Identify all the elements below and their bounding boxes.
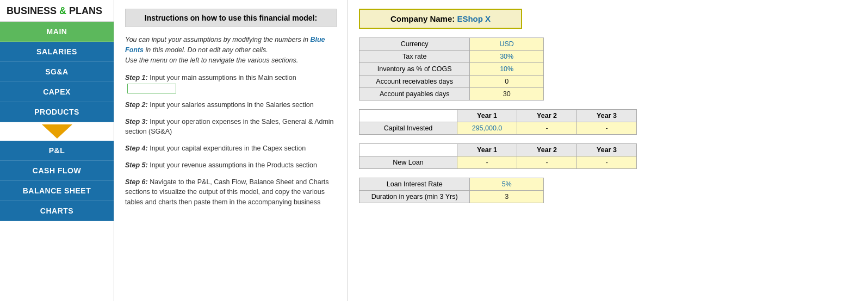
step-4-label: Step 4: [125,145,148,152]
company-name: EShop X [457,14,491,23]
sidebar-item-capex[interactable]: CAPEX [0,82,114,102]
step-4: Step 4: Input your capital expenditures … [125,143,337,154]
loan-setting-value-0[interactable]: 5% [470,178,544,191]
step-2-label: Step 2: [125,101,148,109]
step-1-label: Step 1: [125,74,148,81]
capital-row: Capital Invested 295,000.0 - - [359,122,637,135]
instructions-panel: Instructions on how to use this financia… [114,0,348,301]
settings-table: CurrencyUSDTax rate30%Inventory as % of … [359,37,544,101]
loan-y3[interactable]: - [577,156,637,169]
loan-label: New Loan [359,156,457,169]
intro-line3: Use the menu on the left to navigate the… [125,57,298,64]
settings-label-0: Currency [359,38,470,51]
step-2: Step 2: Input your salaries assumptions … [125,100,337,110]
sidebar-item-products[interactable]: PRODUCTS [0,102,114,122]
settings-row: Account payables days30 [359,88,544,101]
step-1-input-demo[interactable] [127,84,176,93]
company-name-box: Company Name: EShop X [359,9,522,29]
settings-label-3: Account receivables days [359,76,470,88]
loan-header-y1: Year 1 [457,144,517,156]
step-1-text: Input your main assumptions in this Main… [150,74,296,81]
capital-table: Year 1 Year 2 Year 3 Capital Invested 29… [359,109,637,135]
step-3-text: Input your operation expenses in the Sal… [125,118,334,136]
logo-text: BUSINESS & PLANS [7,5,102,16]
settings-value-2[interactable]: 10% [470,63,544,76]
settings-label-1: Tax rate [359,51,470,63]
loan-settings-table: Loan Interest Rate5%Duration in years (m… [359,178,544,203]
settings-value-1[interactable]: 30% [470,51,544,63]
instructions-title: Instructions on how to use this financia… [125,9,337,27]
right-panel: Company Name: EShop X CurrencyUSDTax rat… [348,0,868,301]
loan-row: New Loan - - - [359,156,637,169]
step-3: Step 3: Input your operation expenses in… [125,117,337,137]
intro-line2: in this model. Do not edit any other cel… [144,46,268,54]
sidebar-arrow [0,122,114,141]
sidebar-item-balancesheet[interactable]: BALANCE SHEET [0,181,114,201]
settings-value-4[interactable]: 30 [470,88,544,101]
sidebar-item-charts[interactable]: CHARTS [0,201,114,221]
settings-row: Tax rate30% [359,51,544,63]
step-6: Step 6: Navigate to the P&L, Cash Flow, … [125,177,337,208]
capital-label: Capital Invested [359,122,457,135]
settings-label-2: Inventory as % of COGS [359,63,470,76]
step-5-label: Step 5: [125,161,148,169]
settings-row: Inventory as % of COGS10% [359,63,544,76]
step-2-text: Input your salaries assumptions in the S… [150,101,314,109]
logo-amp: & [59,5,66,16]
loan-header-y2: Year 2 [517,144,577,156]
step-5-text: Input your revenue assumptions in the Pr… [150,161,317,169]
main-content: Instructions on how to use this financia… [114,0,868,301]
loan-y2[interactable]: - [517,156,577,169]
step-6-label: Step 6: [125,178,148,186]
logo-plans: PLANS [66,5,102,16]
loan-y1[interactable]: - [457,156,517,169]
settings-row: CurrencyUSD [359,38,544,51]
capital-y1[interactable]: 295,000.0 [457,122,517,135]
instructions-intro: You can input your assumptions by modify… [125,35,337,65]
loan-table: Year 1 Year 2 Year 3 New Loan - - - [359,143,637,169]
sidebar-item-sga[interactable]: SG&A [0,62,114,82]
sidebar: BUSINESS & PLANS MAIN SALARIES SG&A CAPE… [0,0,114,301]
loan-setting-label-1: Duration in years (min 3 Yrs) [359,191,470,203]
capital-header-y2: Year 2 [517,110,577,122]
company-label: Company Name: [390,14,457,23]
settings-value-3[interactable]: 0 [470,76,544,88]
capital-y2[interactable]: - [517,122,577,135]
loan-setting-row: Duration in years (min 3 Yrs)3 [359,191,544,203]
logo-business: BUSINESS [7,5,59,16]
step-4-text: Input your capital expenditures in the C… [150,145,306,152]
loan-header-empty [359,144,457,156]
sidebar-item-salaries[interactable]: SALARIES [0,42,114,62]
step-1: Step 1: Input your main assumptions in t… [125,73,337,93]
capital-header-y3: Year 3 [577,110,637,122]
sidebar-item-pl[interactable]: P&L [0,141,114,161]
step-6-text: Navigate to the P&L, Cash Flow, Balance … [125,178,329,206]
loan-header-y3: Year 3 [577,144,637,156]
settings-row: Account receivables days0 [359,76,544,88]
settings-value-0[interactable]: USD [470,38,544,51]
loan-setting-label-0: Loan Interest Rate [359,178,470,191]
sidebar-item-cashflow[interactable]: CASH FLOW [0,161,114,181]
capital-header-y1: Year 1 [457,110,517,122]
arrow-down-icon [42,124,72,139]
loan-setting-row: Loan Interest Rate5% [359,178,544,191]
sidebar-item-main[interactable]: MAIN [0,22,114,42]
capital-header-empty [359,110,457,122]
intro-line1: You can input your assumptions by modify… [125,36,308,43]
logo-area: BUSINESS & PLANS [0,0,114,22]
step-3-label: Step 3: [125,118,148,126]
step-5: Step 5: Input your revenue assumptions i… [125,160,337,171]
settings-label-4: Account payables days [359,88,470,101]
loan-setting-value-1[interactable]: 3 [470,191,544,203]
capital-y3[interactable]: - [577,122,637,135]
